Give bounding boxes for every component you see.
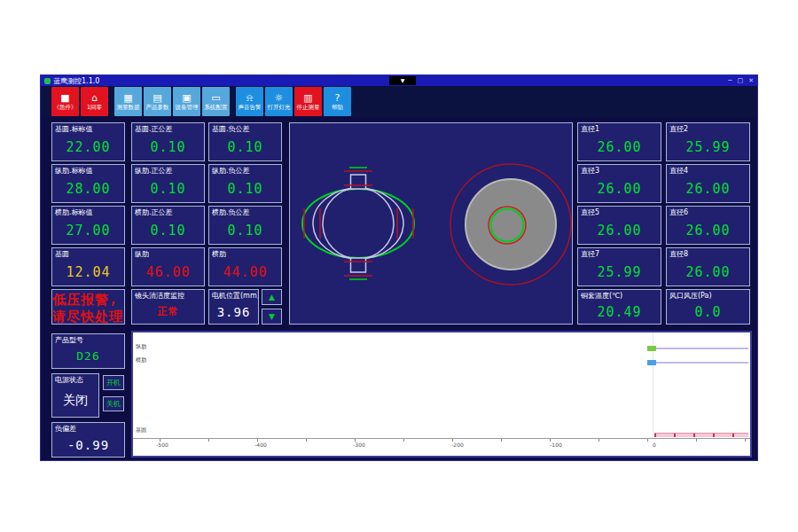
maximize-button[interactable]: □ [738,77,744,84]
device-status-monitor: 设备状态监控 低压报警,请尽快处理 [51,289,125,325]
rebar-profile-diagram [302,168,414,279]
light-on-button[interactable]: ☼ 打开灯光 [265,87,293,116]
cell-base-measured: 基圆 12.04 [51,247,125,286]
motor-position-display: 电机位置(mm) 3.96 [208,289,259,325]
cell-diameter-7: 直径7 25.99 [577,247,661,286]
cell-base-nominal: 基圆.标称值 22.00 [51,122,125,161]
data-grid-icon: ▦ [123,93,132,104]
home-icon: ⌂ [91,93,98,104]
cell-diameter-2: 直径2 25.99 [666,122,750,161]
ylabel-base: 基圆 [136,426,146,433]
series-marker-longrib [647,346,656,351]
close-button[interactable]: ✕ [748,77,754,84]
cell-base-minus-tol: 基圆.负公差 0.10 [208,122,282,161]
app-window: 蓝鹰测控1.1.0 ─ □ ✕ ▼ ■ 《急停》 ⌂ 1回零 ▦ 测量数据 ▤ … [40,74,758,461]
measure-data-button[interactable]: ▦ 测量数据 [114,87,142,116]
cross-section-diagrams [290,123,572,324]
stop-measure-button[interactable]: ▥ 停止测量 [294,87,322,116]
down-arrow-icon: ▼ [269,312,275,321]
bulb-icon: ☼ [275,93,284,104]
device-icon: ▣ [182,93,191,104]
diagram-panel [289,122,573,325]
cell-crossrib-minus-tol: 横肋.负公差 0.10 [208,206,282,245]
cell-longrib-minus-tol: 纵肋.负公差 0.10 [208,164,282,203]
cell-diameter-8: 直径8 26.00 [666,247,750,286]
minimize-button[interactable]: ─ [728,77,732,84]
help-button[interactable]: ? 帮助 [324,87,351,116]
settings-icon: ▭ [211,93,220,104]
cell-longrib-plus-tol: 纵肋.正公差 0.10 [131,164,205,203]
up-arrow-icon: ▲ [269,293,275,301]
device-manage-button[interactable]: ▣ 设备管理 [173,87,200,116]
series-trace-base [654,433,748,437]
list-icon: ▤ [153,93,161,104]
cell-diameter-3: 直径3 26.00 [577,164,661,203]
window-title: 蓝鹰测控1.1.0 [53,76,99,86]
neg-deviation-display: 负偏差 -0.99 [51,422,125,458]
series-marker-crossrib [647,360,656,365]
ylabel-crossrib: 横肋 [136,356,146,363]
cell-diameter-5: 直径5 26.00 [577,206,661,245]
cell-diameter-4: 直径4 26.00 [666,164,750,203]
power-off-button[interactable]: 关机 [103,396,124,411]
product-model-display: 产品型号 D26 [51,333,125,369]
series-trace-crossrib [656,362,748,364]
cell-diameter-1: 直径1 26.00 [577,122,661,161]
cell-diameter-6: 直径6 26.00 [666,206,750,245]
bell-icon: ⍾ [246,93,253,104]
power-on-button[interactable]: 开机 [103,375,124,390]
cell-crossrib-measured: 横肋 44.00 [208,247,282,286]
cell-crossrib-plus-tol: 横肋.正公差 0.10 [131,206,205,245]
trend-chart-panel: 纵肋 横肋 基圆 -500 -400 -300 -200 -100 0 [131,331,752,458]
title-bar: 蓝鹰测控1.1.0 ─ □ ✕ ▼ [41,75,757,86]
cell-sleeve-temp: 铜套温度(℃) 20.49 [577,289,661,325]
cell-crossrib-nominal: 横肋.标称值 27.00 [51,206,125,245]
collapse-tab[interactable]: ▼ [389,76,416,85]
cell-air-pressure: 风口风压(Pa) 0.0 [666,289,750,325]
motor-up-button[interactable]: ▲ [262,289,282,305]
alarm-message: 低压报警,请尽快处理 [52,292,124,325]
sound-alarm-button[interactable]: ⍾ 声音告警 [236,87,263,116]
cell-base-plus-tol: 基圆.正公差 0.10 [131,122,205,161]
ylabel-longrib: 纵肋 [136,343,146,349]
barcode-icon: ▥ [303,93,312,104]
emergency-stop-button[interactable]: ■ 《急停》 [51,87,79,116]
series-trace-longrib [656,348,748,349]
tolerance-circles-diagram [450,164,571,285]
home-zero-button[interactable]: ⌂ 1回零 [81,87,108,116]
motor-down-button[interactable]: ▼ [262,309,282,325]
cell-longrib-nominal: 纵肋.标称值 28.00 [51,164,125,203]
stop-icon: ■ [60,93,69,104]
power-status-display: 电源状态 关闭 [51,373,99,418]
product-params-button[interactable]: ▤ 产品参数 [144,87,171,116]
system-config-button[interactable]: ▭ 系统配置 [202,87,230,116]
toolbar: ■ 《急停》 ⌂ 1回零 ▦ 测量数据 ▤ 产品参数 ▣ 设备管理 ▭ 系统配置… [41,86,757,117]
chevron-down-icon: ▼ [401,77,405,83]
help-icon: ? [335,93,340,104]
lens-clean-monitor: 镜头清洁度监控 正常 [131,289,205,325]
app-icon [44,78,51,84]
cell-longrib-measured: 纵肋 46.00 [131,247,205,286]
